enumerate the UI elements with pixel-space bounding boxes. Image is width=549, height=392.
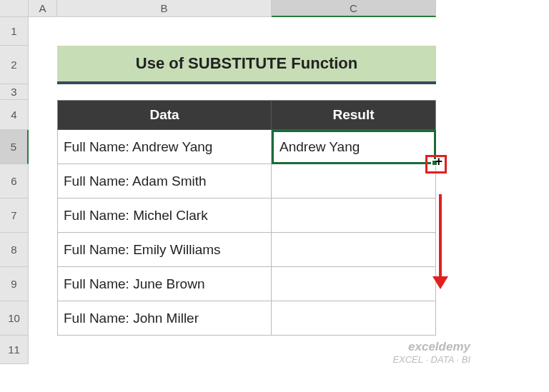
col-header-b[interactable]: B <box>57 0 272 17</box>
cell-b6[interactable]: Full Name: Adam Smith <box>57 164 272 198</box>
cell-b7[interactable]: Full Name: Michel Clark <box>57 198 272 233</box>
row-header-3[interactable]: 3 <box>0 84 29 100</box>
cell-c6[interactable] <box>272 164 436 198</box>
row-header-7[interactable]: 7 <box>0 198 29 233</box>
title-banner: Use of SUBSTITUTE Function <box>57 46 436 84</box>
row-header-1[interactable]: 1 <box>0 17 29 46</box>
row-header-2[interactable]: 2 <box>0 46 29 84</box>
watermark-brand: exceldemy <box>392 340 470 354</box>
cell-c9[interactable] <box>272 267 436 301</box>
arrow-head-icon <box>432 276 448 289</box>
row-header-9[interactable]: 9 <box>0 267 29 301</box>
row-header-10[interactable]: 10 <box>0 301 29 336</box>
header-data: Data <box>57 100 272 130</box>
cell-c8[interactable] <box>272 233 436 267</box>
row-header-8[interactable]: 8 <box>0 233 29 267</box>
cell-c10[interactable] <box>272 301 436 336</box>
drag-arrow <box>439 194 448 289</box>
row-header-6[interactable]: 6 <box>0 164 29 198</box>
cell-b10[interactable]: Full Name: John Miller <box>57 301 272 336</box>
watermark: exceldemy EXCEL · DATA · BI <box>392 340 470 365</box>
select-all-corner[interactable] <box>0 0 29 17</box>
row-header-11[interactable]: 11 <box>0 336 29 364</box>
row-header-5[interactable]: 5 <box>0 130 29 164</box>
watermark-tag: EXCEL · DATA · BI <box>392 354 470 365</box>
cell-b9[interactable]: Full Name: June Brown <box>57 267 272 301</box>
cell-c7[interactable] <box>272 198 436 233</box>
col-header-c[interactable]: C <box>272 0 436 17</box>
spreadsheet-grid: A B C 1 2 3 4 5 6 7 8 9 10 11 Use of SUB… <box>0 0 549 364</box>
header-result: Result <box>272 100 436 130</box>
row-header-4[interactable]: 4 <box>0 100 29 130</box>
col-header-a[interactable]: A <box>29 0 57 17</box>
cell-b8[interactable]: Full Name: Emily Williams <box>57 233 272 267</box>
arrow-line <box>439 194 442 276</box>
cell-value: Andrew Yang <box>280 139 360 155</box>
cell-b5[interactable]: Full Name: Andrew Yang <box>57 130 272 164</box>
fill-cursor-icon: + <box>435 154 442 169</box>
cell-c5[interactable]: Andrew Yang + <box>272 130 436 164</box>
